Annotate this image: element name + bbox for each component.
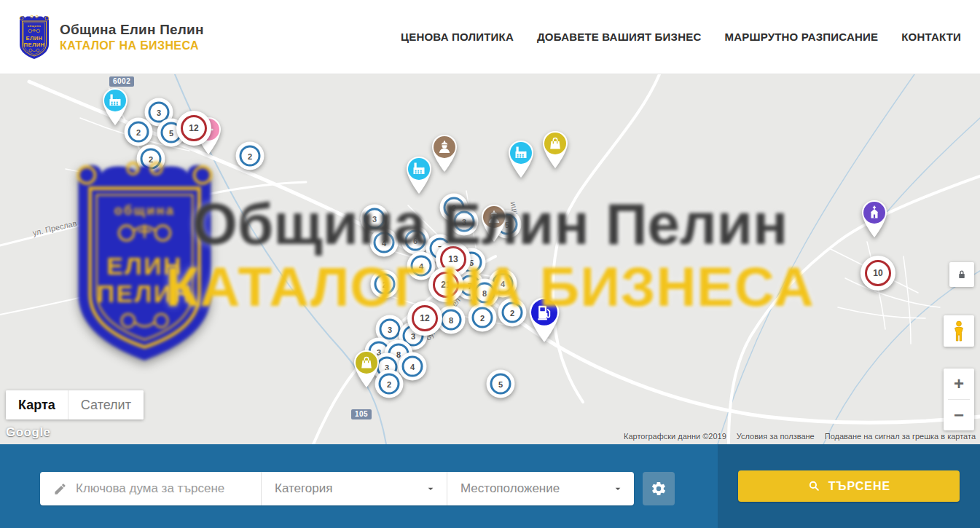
attribution-report-link[interactable]: Подаване на сигнал за грешка в картата <box>825 432 976 441</box>
pin-marker-worker[interactable] <box>478 202 510 246</box>
search-icon <box>807 479 821 493</box>
pin-marker-bag[interactable] <box>350 348 383 392</box>
pin-marker-church[interactable] <box>858 198 890 242</box>
site-title: Община Елин Пелин <box>60 22 204 38</box>
cluster-marker[interactable]: 2 <box>137 145 165 173</box>
cluster-marker[interactable]: 2 <box>498 299 527 327</box>
gear-icon <box>651 481 667 497</box>
zoom-in-button[interactable]: + <box>944 369 974 399</box>
google-logo[interactable]: Google <box>6 425 51 440</box>
cluster-marker[interactable]: 5 <box>487 370 515 398</box>
pin-marker-factory[interactable] <box>403 154 435 198</box>
pin-marker-fuel[interactable] <box>525 295 564 347</box>
nav-link-add-business[interactable]: ДОБАВЕТЕ ВАШИЯТ БИЗНЕС <box>537 31 701 43</box>
search-bar-fields: Категория Местоположение <box>0 444 718 528</box>
zoom-out-button[interactable]: − <box>944 400 974 430</box>
search-bar-action: ТЪРСЕНЕ <box>718 444 980 528</box>
pencil-icon <box>53 482 67 496</box>
category-dropdown-label: Категория <box>275 481 332 496</box>
location-dropdown[interactable]: Местоположение <box>447 472 634 505</box>
cluster-marker[interactable]: 12 <box>176 111 211 146</box>
pin-marker-factory[interactable] <box>505 138 537 182</box>
cluster-marker[interactable]: 2 <box>469 304 497 332</box>
cluster-marker[interactable]: 21 <box>428 267 463 302</box>
cluster-marker[interactable]: 8 <box>471 279 499 307</box>
map-attribution: Картографски данни ©2019 Условия за полз… <box>624 432 976 441</box>
brand-home-link[interactable]: Община Елин Пелин КАТАЛОГ НА БИЗНЕСА <box>16 14 204 60</box>
road-number-badge: 105 <box>351 409 372 419</box>
cluster-marker[interactable]: 4 <box>370 229 399 257</box>
chevron-down-icon <box>425 483 436 494</box>
cluster-marker[interactable]: 2 <box>236 142 264 170</box>
nav-link-pricing[interactable]: ЦЕНОВА ПОЛИТИКА <box>401 31 514 43</box>
site-header: Община Елин Пелин КАТАЛОГ НА БИЗНЕСА ЦЕН… <box>0 0 980 74</box>
street-view-pegman-button[interactable] <box>944 315 974 347</box>
pin-marker-bag[interactable] <box>539 129 571 173</box>
category-dropdown[interactable]: Категория <box>261 472 447 505</box>
map-canvas[interactable]: 325122223536471354221748221283338342510у… <box>0 74 980 444</box>
chevron-down-icon <box>612 483 624 494</box>
road-number-badge: 6002 <box>109 76 134 87</box>
search-bar: Категория Местоположение Т <box>0 444 980 528</box>
cluster-marker[interactable]: 12 <box>407 301 442 336</box>
cluster-marker[interactable]: 10 <box>861 256 895 291</box>
lock-icon <box>955 268 968 281</box>
attribution-terms-link[interactable]: Условия за ползване <box>737 432 815 441</box>
attribution-data: Картографски данни ©2019 <box>624 432 726 441</box>
nav-link-contacts[interactable]: КОНТАКТИ <box>901 31 961 43</box>
cluster-marker[interactable]: 3 <box>450 208 479 236</box>
map-type-map-button[interactable]: Карта <box>6 390 68 419</box>
lock-button[interactable] <box>949 262 974 287</box>
nav-link-bus-schedule[interactable]: МАРШРУТНО РАЗПИСАНИЕ <box>724 31 878 43</box>
search-button[interactable]: ТЪРСЕНЕ <box>738 470 960 502</box>
site-subtitle: КАТАЛОГ НА БИЗНЕСА <box>60 39 204 52</box>
keyword-search-input[interactable] <box>76 481 261 496</box>
cluster-marker[interactable]: 4 <box>399 352 427 381</box>
advanced-settings-button[interactable] <box>643 472 675 505</box>
keyword-field-wrap <box>40 472 261 505</box>
pin-marker-factory[interactable] <box>99 86 131 130</box>
main-nav: ЦЕНОВА ПОЛИТИКА ДОБАВЕТЕ ВАШИЯТ БИЗНЕС М… <box>377 31 961 43</box>
map-type-control: Карта Сателит <box>6 390 144 419</box>
municipality-crest-logo <box>16 14 52 60</box>
location-dropdown-label: Местоположение <box>460 481 560 496</box>
pegman-icon <box>950 320 968 342</box>
zoom-control: + − <box>944 369 974 430</box>
cluster-marker[interactable]: 2 <box>371 270 399 299</box>
cluster-marker[interactable]: 6 <box>401 226 430 255</box>
map-type-satellite-button[interactable]: Сателит <box>68 390 144 419</box>
search-button-label: ТЪРСЕНЕ <box>828 480 890 493</box>
